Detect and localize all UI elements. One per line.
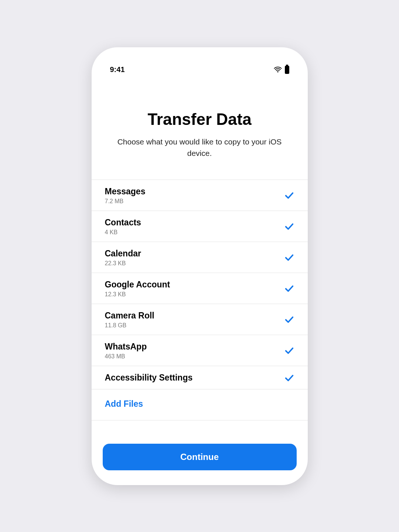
checkmark-icon (284, 345, 294, 356)
battery-icon (285, 66, 289, 74)
list-item-label: Accessibility Settings (105, 373, 193, 383)
list-item-text: Calendar 22.3 KB (105, 249, 141, 267)
list-item-size: 22.3 KB (105, 260, 141, 267)
checkmark-icon (284, 314, 294, 325)
list-item-google-account[interactable]: Google Account 12.3 KB (92, 273, 308, 304)
add-files-row: Add Files (92, 389, 308, 420)
list-item-size: 4 KB (105, 229, 141, 236)
list-item-size: 12.3 KB (105, 291, 170, 298)
checkmark-icon (284, 252, 294, 263)
status-icons (274, 66, 289, 74)
list-item-messages[interactable]: Messages 7.2 MB (92, 180, 308, 211)
list-item-calendar[interactable]: Calendar 22.3 KB (92, 242, 308, 273)
phone-frame: 9:41 Transfer Data Choose what you would… (92, 47, 308, 485)
list-item-text: WhatsApp 463 MB (105, 342, 147, 360)
list-item-accessibility-settings[interactable]: Accessibility Settings (92, 366, 308, 389)
list-item-label: Google Account (105, 280, 170, 290)
list-item-contacts[interactable]: Contacts 4 KB (92, 211, 308, 242)
list-item-size: 463 MB (105, 353, 147, 360)
add-files-link[interactable]: Add Files (105, 399, 143, 409)
list-item-label: Contacts (105, 218, 141, 228)
button-area: Continue (92, 436, 308, 485)
wifi-icon (274, 66, 282, 74)
transfer-items-list: Messages 7.2 MB Contacts 4 KB Calendar 2… (92, 180, 308, 436)
list-item-camera-roll[interactable]: Camera Roll 11.8 GB (92, 304, 308, 335)
list-item-label: WhatsApp (105, 342, 147, 352)
status-time: 9:41 (110, 65, 125, 74)
list-item-label: Calendar (105, 249, 141, 259)
status-bar: 9:41 (92, 47, 308, 81)
list-item-text: Messages 7.2 MB (105, 187, 146, 205)
list-item-size: 7.2 MB (105, 198, 146, 205)
page-subtitle: Choose what you would like to copy to yo… (106, 136, 293, 159)
list-item-text: Google Account 12.3 KB (105, 280, 170, 298)
list-item-text: Camera Roll 11.8 GB (105, 311, 154, 329)
checkmark-icon (284, 221, 294, 232)
continue-button[interactable]: Continue (103, 444, 297, 470)
list-item-text: Accessibility Settings (105, 373, 193, 383)
list-item-label: Camera Roll (105, 311, 154, 321)
list-item-whatsapp[interactable]: WhatsApp 463 MB (92, 335, 308, 366)
checkmark-icon (284, 283, 294, 294)
checkmark-icon (284, 373, 294, 383)
checkmark-icon (284, 190, 294, 201)
list-item-text: Contacts 4 KB (105, 218, 141, 236)
page-header: Transfer Data Choose what you would like… (92, 81, 308, 180)
list-item-size: 11.8 GB (105, 322, 154, 329)
list-item-label: Messages (105, 187, 146, 197)
page-title: Transfer Data (106, 110, 293, 129)
